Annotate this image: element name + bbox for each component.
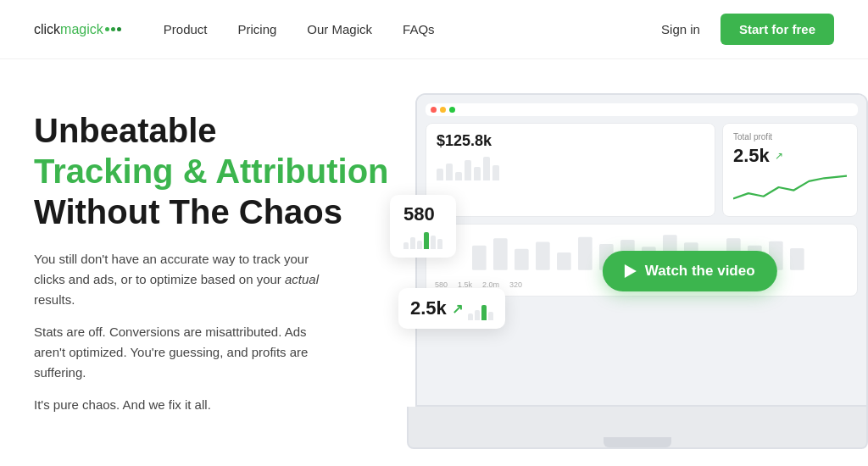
svg-rect-1	[493, 238, 508, 270]
hero-section: Unbeatable Tracking & Attribution Withou…	[0, 59, 868, 466]
hero-title-line1: Unbeatable	[34, 112, 217, 149]
float-number-580: 580	[403, 203, 442, 225]
nav-item-our-magick[interactable]: Our Magick	[307, 22, 372, 36]
bar1	[437, 169, 443, 180]
dashboard-inner: $125.8k Tot	[417, 95, 866, 405]
fbar5	[431, 236, 436, 249]
float-mini-bars-2-5k	[468, 300, 493, 320]
bar7	[492, 165, 499, 180]
fbar2-1	[468, 313, 473, 320]
header-actions: Sign in Start for free	[661, 14, 834, 45]
profit-card: Total profit 2.5k ↗	[722, 123, 858, 217]
fbar2-3	[481, 305, 487, 320]
laptop-screen: $125.8k Tot	[415, 93, 868, 407]
hero-italic: actual	[285, 272, 319, 286]
hero-title-line3: Without The Chaos	[34, 193, 342, 230]
logo-dots	[105, 27, 121, 31]
nav-item-product[interactable]: Product	[164, 22, 208, 36]
laptop-base	[407, 407, 868, 449]
profit-chart	[733, 170, 847, 204]
float-mini-bars-580	[403, 229, 442, 249]
fbar2-2	[475, 310, 480, 320]
float-card-2-5k: 2.5k ↗	[398, 288, 505, 329]
svg-rect-15	[790, 248, 804, 270]
play-icon	[625, 264, 637, 278]
float-number-2-5k: 2.5k	[410, 297, 447, 319]
hero-left: Unbeatable Tracking & Attribution Withou…	[34, 102, 390, 415]
sign-in-button[interactable]: Sign in	[661, 22, 700, 36]
profit-value: 2.5k	[733, 145, 770, 167]
fbar4	[424, 232, 429, 249]
profit-label: Total profit	[733, 132, 847, 141]
revenue-card: $125.8k	[426, 123, 715, 217]
logo[interactable]: clickmagick	[34, 22, 121, 37]
laptop-notch	[604, 437, 671, 447]
fbar2	[410, 237, 415, 249]
svg-rect-3	[536, 242, 550, 270]
logo-click-text: click	[34, 22, 60, 37]
hero-para2: Stats are off. Conversions are misattrib…	[34, 322, 339, 383]
dot-green-window	[449, 107, 455, 113]
revenue-bars	[437, 155, 704, 180]
float-arrow-2-5k: ↗	[452, 301, 463, 317]
nav-item-pricing[interactable]: Pricing	[238, 22, 277, 36]
svg-rect-4	[557, 252, 571, 270]
dash-topbar	[426, 103, 858, 116]
bar6	[483, 157, 490, 180]
float-card-580: 580	[390, 195, 456, 258]
svg-rect-5	[578, 237, 593, 270]
watch-video-button[interactable]: Watch the video	[603, 251, 777, 291]
fbar2-4	[488, 312, 493, 320]
fbar3	[417, 241, 422, 249]
cards-row: $125.8k Tot	[426, 123, 858, 217]
dot-yellow	[440, 107, 446, 113]
svg-rect-2	[515, 249, 529, 270]
main-nav: Product Pricing Our Magick FAQs	[164, 22, 661, 36]
logo-magick-text: magick	[60, 22, 103, 37]
bar4	[465, 160, 471, 180]
hero-title: Unbeatable Tracking & Attribution Withou…	[34, 110, 390, 232]
start-free-button[interactable]: Start for free	[721, 14, 834, 45]
watch-video-label: Watch the video	[645, 263, 755, 280]
hero-title-line2: Tracking & Attribution	[34, 153, 389, 190]
hero-right: $125.8k Tot	[390, 102, 834, 466]
dot-red	[431, 107, 437, 113]
hero-para1: You still don't have an accurate way to …	[34, 249, 339, 310]
nav-item-faqs[interactable]: FAQs	[403, 22, 435, 36]
hero-para3: It's pure chaos. And we fix it all.	[34, 395, 339, 415]
bar3	[455, 172, 462, 180]
profit-arrow: ↗	[775, 150, 783, 162]
label-320: 320	[509, 280, 522, 289]
revenue-value: $125.8k	[437, 132, 704, 150]
fbar1	[403, 242, 409, 249]
svg-rect-0	[472, 246, 487, 270]
hero-subtitle: You still don't have an accurate way to …	[34, 249, 339, 415]
fbar6	[437, 239, 442, 249]
bar2	[446, 164, 453, 180]
bar5	[474, 167, 481, 180]
dashboard-illustration: $125.8k Tot	[407, 93, 868, 449]
